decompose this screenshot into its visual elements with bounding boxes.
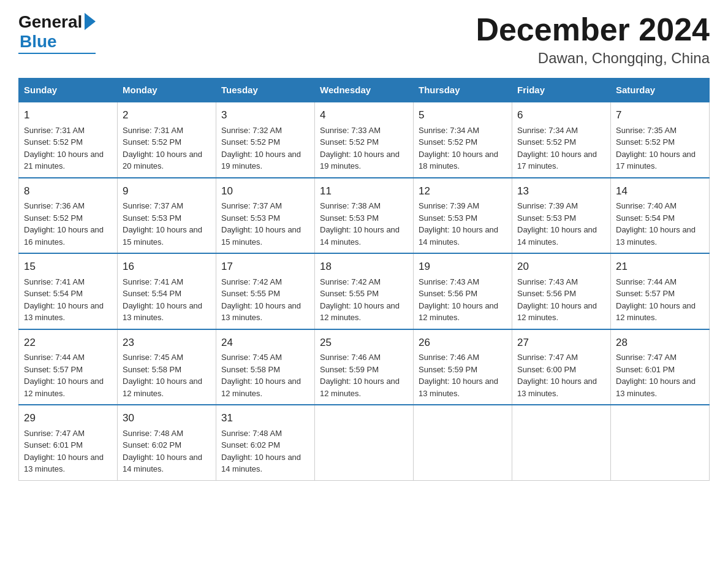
day-info: Sunrise: 7:47 AMSunset: 6:00 PMDaylight:… <box>517 353 597 398</box>
calendar-cell: 20Sunrise: 7:43 AMSunset: 5:56 PMDayligh… <box>512 253 611 329</box>
col-header-friday: Friday <box>512 79 611 102</box>
day-info: Sunrise: 7:46 AMSunset: 5:59 PMDaylight:… <box>419 353 498 398</box>
day-number: 6 <box>517 107 605 123</box>
calendar-cell: 8Sunrise: 7:36 AMSunset: 5:52 PMDaylight… <box>19 178 118 254</box>
day-info: Sunrise: 7:44 AMSunset: 5:57 PMDaylight:… <box>616 277 696 323</box>
day-number: 9 <box>123 183 211 199</box>
calendar-cell: 18Sunrise: 7:42 AMSunset: 5:55 PMDayligh… <box>315 253 414 329</box>
day-info: Sunrise: 7:31 AMSunset: 5:52 PMDaylight:… <box>123 126 202 171</box>
day-info: Sunrise: 7:39 AMSunset: 5:53 PMDaylight:… <box>517 201 597 247</box>
day-number: 13 <box>517 183 605 199</box>
day-info: Sunrise: 7:48 AMSunset: 6:02 PMDaylight:… <box>123 429 202 474</box>
calendar-cell: 17Sunrise: 7:42 AMSunset: 5:55 PMDayligh… <box>216 253 315 329</box>
calendar-cell: 14Sunrise: 7:40 AMSunset: 5:54 PMDayligh… <box>611 178 710 254</box>
calendar-cell: 6Sunrise: 7:34 AMSunset: 5:52 PMDaylight… <box>512 102 611 178</box>
calendar-cell: 4Sunrise: 7:33 AMSunset: 5:52 PMDaylight… <box>315 102 414 178</box>
day-info: Sunrise: 7:46 AMSunset: 5:59 PMDaylight:… <box>320 353 400 398</box>
week-row-5: 29Sunrise: 7:47 AMSunset: 6:01 PMDayligh… <box>19 405 710 480</box>
day-info: Sunrise: 7:47 AMSunset: 6:01 PMDaylight:… <box>616 353 696 398</box>
day-number: 26 <box>419 335 507 351</box>
header: General Blue December 2024 Dawan, Chongq… <box>18 12 710 67</box>
logo-divider <box>18 53 96 54</box>
day-info: Sunrise: 7:43 AMSunset: 5:56 PMDaylight:… <box>517 277 597 323</box>
day-number: 30 <box>123 410 211 426</box>
calendar-cell: 15Sunrise: 7:41 AMSunset: 5:54 PMDayligh… <box>19 253 118 329</box>
calendar-cell: 27Sunrise: 7:47 AMSunset: 6:00 PMDayligh… <box>512 329 611 405</box>
day-info: Sunrise: 7:44 AMSunset: 5:57 PMDaylight:… <box>24 353 104 398</box>
calendar-header-row: SundayMondayTuesdayWednesdayThursdayFrid… <box>19 79 710 102</box>
calendar-cell: 21Sunrise: 7:44 AMSunset: 5:57 PMDayligh… <box>611 253 710 329</box>
calendar-cell: 28Sunrise: 7:47 AMSunset: 6:01 PMDayligh… <box>611 329 710 405</box>
day-number: 22 <box>24 335 112 351</box>
day-number: 15 <box>24 259 112 275</box>
day-number: 29 <box>24 410 112 426</box>
day-number: 1 <box>24 107 112 123</box>
day-number: 31 <box>221 410 309 426</box>
calendar-cell <box>414 405 512 480</box>
col-header-sunday: Sunday <box>19 79 118 102</box>
logo-arrow-icon <box>85 13 96 30</box>
day-number: 27 <box>517 335 605 351</box>
week-row-2: 8Sunrise: 7:36 AMSunset: 5:52 PMDaylight… <box>19 178 710 254</box>
day-number: 7 <box>616 107 704 123</box>
calendar-cell: 19Sunrise: 7:43 AMSunset: 5:56 PMDayligh… <box>414 253 512 329</box>
day-number: 18 <box>320 259 408 275</box>
week-row-3: 15Sunrise: 7:41 AMSunset: 5:54 PMDayligh… <box>19 253 710 329</box>
col-header-monday: Monday <box>118 79 216 102</box>
week-row-4: 22Sunrise: 7:44 AMSunset: 5:57 PMDayligh… <box>19 329 710 405</box>
day-info: Sunrise: 7:42 AMSunset: 5:55 PMDaylight:… <box>320 277 400 323</box>
day-number: 28 <box>616 335 704 351</box>
day-info: Sunrise: 7:42 AMSunset: 5:55 PMDaylight:… <box>221 277 301 323</box>
day-info: Sunrise: 7:33 AMSunset: 5:52 PMDaylight:… <box>320 126 400 171</box>
calendar-cell: 5Sunrise: 7:34 AMSunset: 5:52 PMDaylight… <box>414 102 512 178</box>
day-number: 20 <box>517 259 605 275</box>
logo: General Blue <box>18 12 96 54</box>
day-number: 2 <box>123 107 211 123</box>
day-number: 8 <box>24 183 112 199</box>
calendar-cell: 7Sunrise: 7:35 AMSunset: 5:52 PMDaylight… <box>611 102 710 178</box>
calendar-cell: 11Sunrise: 7:38 AMSunset: 5:53 PMDayligh… <box>315 178 414 254</box>
calendar-cell: 13Sunrise: 7:39 AMSunset: 5:53 PMDayligh… <box>512 178 611 254</box>
page-subtitle: Dawan, Chongqing, China <box>476 50 710 67</box>
day-number: 23 <box>123 335 211 351</box>
day-info: Sunrise: 7:36 AMSunset: 5:52 PMDaylight:… <box>24 201 104 247</box>
day-number: 17 <box>221 259 309 275</box>
day-number: 5 <box>419 107 507 123</box>
calendar-cell: 22Sunrise: 7:44 AMSunset: 5:57 PMDayligh… <box>19 329 118 405</box>
logo-blue: Blue <box>20 32 57 52</box>
day-info: Sunrise: 7:31 AMSunset: 5:52 PMDaylight:… <box>24 126 104 171</box>
calendar-cell: 31Sunrise: 7:48 AMSunset: 6:02 PMDayligh… <box>216 405 315 480</box>
day-info: Sunrise: 7:41 AMSunset: 5:54 PMDaylight:… <box>123 277 202 323</box>
day-number: 21 <box>616 259 704 275</box>
day-info: Sunrise: 7:38 AMSunset: 5:53 PMDaylight:… <box>320 201 400 247</box>
day-info: Sunrise: 7:34 AMSunset: 5:52 PMDaylight:… <box>419 126 498 171</box>
calendar-cell: 1Sunrise: 7:31 AMSunset: 5:52 PMDaylight… <box>19 102 118 178</box>
day-number: 10 <box>221 183 309 199</box>
day-number: 16 <box>123 259 211 275</box>
day-number: 14 <box>616 183 704 199</box>
calendar-cell: 26Sunrise: 7:46 AMSunset: 5:59 PMDayligh… <box>414 329 512 405</box>
calendar-cell <box>315 405 414 480</box>
calendar-cell: 16Sunrise: 7:41 AMSunset: 5:54 PMDayligh… <box>118 253 216 329</box>
day-info: Sunrise: 7:40 AMSunset: 5:54 PMDaylight:… <box>616 201 696 247</box>
day-info: Sunrise: 7:41 AMSunset: 5:54 PMDaylight:… <box>24 277 104 323</box>
day-number: 25 <box>320 335 408 351</box>
calendar-cell <box>611 405 710 480</box>
day-info: Sunrise: 7:48 AMSunset: 6:02 PMDaylight:… <box>221 429 301 474</box>
calendar-cell: 3Sunrise: 7:32 AMSunset: 5:52 PMDaylight… <box>216 102 315 178</box>
day-info: Sunrise: 7:32 AMSunset: 5:52 PMDaylight:… <box>221 126 301 171</box>
day-info: Sunrise: 7:47 AMSunset: 6:01 PMDaylight:… <box>24 429 104 474</box>
calendar-cell: 9Sunrise: 7:37 AMSunset: 5:53 PMDaylight… <box>118 178 216 254</box>
logo-general: General <box>18 12 82 32</box>
week-row-1: 1Sunrise: 7:31 AMSunset: 5:52 PMDaylight… <box>19 102 710 178</box>
calendar-cell: 10Sunrise: 7:37 AMSunset: 5:53 PMDayligh… <box>216 178 315 254</box>
day-info: Sunrise: 7:39 AMSunset: 5:53 PMDaylight:… <box>419 201 498 247</box>
col-header-saturday: Saturday <box>611 79 710 102</box>
day-number: 3 <box>221 107 309 123</box>
day-number: 12 <box>419 183 507 199</box>
day-number: 4 <box>320 107 408 123</box>
day-info: Sunrise: 7:37 AMSunset: 5:53 PMDaylight:… <box>123 201 202 247</box>
calendar-cell: 12Sunrise: 7:39 AMSunset: 5:53 PMDayligh… <box>414 178 512 254</box>
calendar-cell: 30Sunrise: 7:48 AMSunset: 6:02 PMDayligh… <box>118 405 216 480</box>
day-number: 24 <box>221 335 309 351</box>
